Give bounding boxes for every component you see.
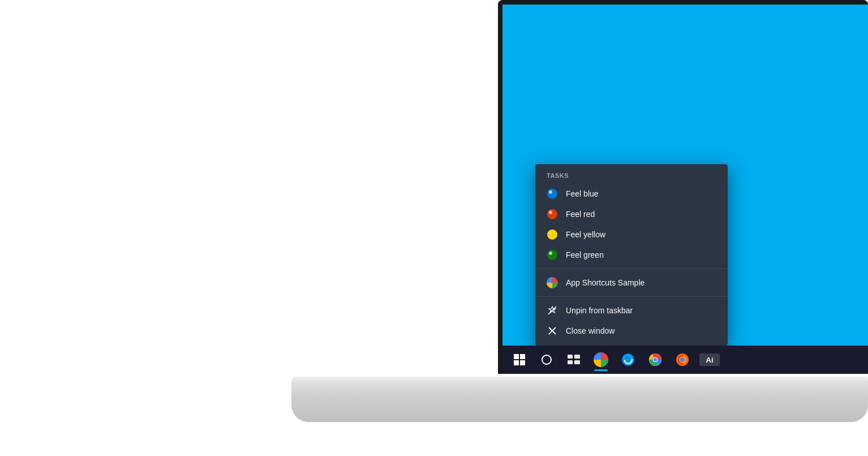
ai-badge: Ai	[699, 353, 720, 366]
laptop-base	[291, 377, 868, 422]
laptop-base-top	[291, 377, 868, 383]
context-menu-item-unpin[interactable]: Unpin from taskbar	[535, 300, 728, 321]
taskbar-app-shortcuts-icon	[594, 352, 608, 367]
taskbar-edge-button[interactable]	[616, 347, 641, 372]
unpin-icon	[547, 305, 558, 316]
feel-yellow-label: Feel yellow	[566, 230, 605, 239]
chrome-icon	[648, 353, 662, 366]
taskbar-chrome-button[interactable]	[643, 347, 668, 372]
context-menu: Tasks Feel blue Feel red Feel	[535, 164, 728, 346]
feel-green-label: Feel green	[566, 250, 604, 259]
laptop-screen-bezel: Tasks Feel blue Feel red Feel	[498, 0, 868, 374]
edge-icon	[621, 353, 635, 366]
svg-point-14	[680, 357, 685, 362]
feel-red-icon	[547, 208, 558, 220]
windows-icon	[514, 354, 525, 365]
feel-blue-label: Feel blue	[566, 189, 599, 198]
context-menu-item-app-shortcuts[interactable]: App Shortcuts Sample	[535, 272, 728, 293]
taskbar-app-shortcuts-button[interactable]	[588, 347, 613, 372]
firefox-icon	[676, 353, 689, 366]
taskbar-search-button[interactable]	[534, 347, 559, 372]
context-menu-item-feel-yellow[interactable]: Feel yellow	[535, 224, 728, 245]
context-menu-divider-2	[535, 296, 728, 297]
svg-rect-5	[568, 360, 573, 364]
context-menu-item-close[interactable]: Close window	[535, 321, 728, 341]
app-shortcuts-label: App Shortcuts Sample	[566, 278, 644, 287]
unpin-label: Unpin from taskbar	[566, 306, 633, 315]
close-icon	[547, 325, 558, 336]
svg-rect-6	[574, 360, 580, 364]
taskbar-firefox-button[interactable]	[670, 347, 695, 372]
close-window-label: Close window	[566, 326, 615, 335]
feel-yellow-icon	[547, 229, 558, 240]
ai-label: Ai	[706, 356, 714, 364]
taskview-icon	[568, 355, 580, 365]
taskbar-taskview-button[interactable]	[561, 347, 586, 372]
context-menu-section-label: Tasks	[535, 169, 728, 184]
app-shortcuts-icon	[547, 277, 558, 288]
context-menu-divider	[535, 269, 728, 269]
feel-red-label: Feel red	[566, 210, 595, 219]
context-menu-item-feel-blue[interactable]: Feel blue	[535, 184, 728, 204]
context-menu-item-feel-red[interactable]: Feel red	[535, 204, 728, 224]
search-icon	[542, 355, 552, 365]
laptop-screen: Tasks Feel blue Feel red Feel	[502, 5, 868, 374]
taskbar-ai-button[interactable]: Ai	[697, 347, 722, 372]
feel-blue-icon	[547, 188, 558, 199]
taskbar: Ai	[502, 346, 868, 374]
feel-green-icon	[547, 249, 558, 261]
svg-point-11	[654, 358, 657, 361]
svg-rect-3	[568, 355, 573, 359]
taskbar-start-button[interactable]	[507, 347, 532, 372]
context-menu-item-feel-green[interactable]: Feel green	[535, 245, 728, 265]
svg-rect-4	[574, 355, 580, 359]
